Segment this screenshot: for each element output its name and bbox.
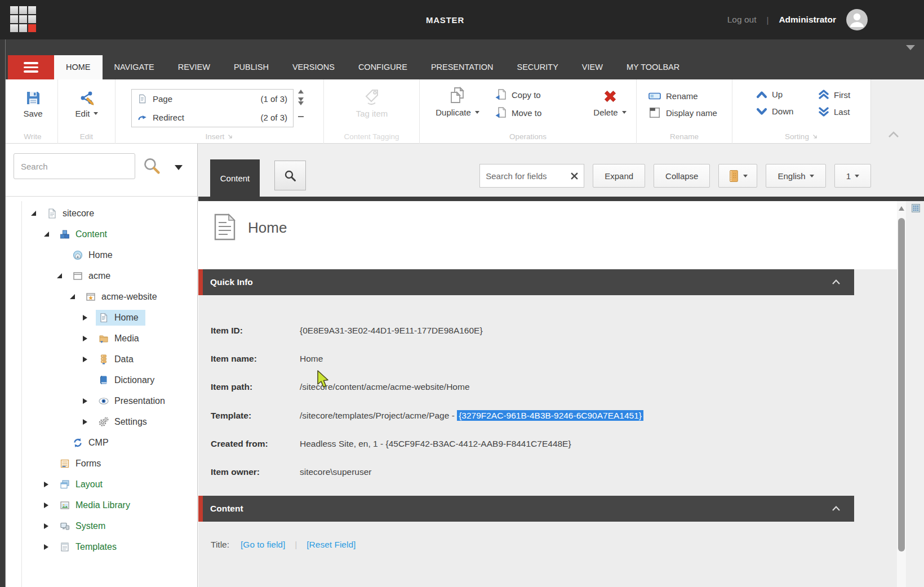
tab-configure[interactable]: CONFIGURE	[346, 55, 419, 79]
insert-option-redirect[interactable]: Redirect (2 of 3)	[132, 108, 293, 127]
expander-icon[interactable]	[44, 544, 54, 550]
display-name-button[interactable]: Display name	[648, 106, 717, 119]
tab-content-editor[interactable]: Content	[210, 159, 260, 197]
tab-review[interactable]: REVIEW	[166, 55, 222, 79]
selected-tree-item[interactable]: Home	[96, 310, 145, 326]
tree-item-presentation[interactable]: Presentation	[6, 390, 197, 411]
search-options-caret-icon[interactable]	[175, 165, 183, 170]
expander-icon[interactable]	[83, 357, 92, 362]
delete-button[interactable]: Delete	[586, 87, 634, 117]
tree-item-media[interactable]: Media	[6, 328, 197, 349]
ribbon-group-write: Save Write	[8, 79, 58, 144]
tree-item-data[interactable]: Data	[6, 349, 197, 370]
copy-to-button[interactable]: Copy to	[495, 88, 541, 101]
spin-down-icon[interactable]	[298, 97, 304, 101]
expander-icon[interactable]	[44, 232, 54, 237]
ribbon-collapse-caret-icon[interactable]	[906, 45, 915, 50]
sort-up-button[interactable]: Up	[756, 90, 783, 99]
tree-item-media-library[interactable]: Media Library	[6, 495, 197, 515]
tree-item-settings[interactable]: Settings	[6, 411, 197, 432]
tree-item-home-page-selected[interactable]: Home	[6, 307, 197, 328]
expander-icon[interactable]	[83, 419, 92, 425]
tree-item-acme[interactable]: acme	[6, 265, 197, 286]
tree-item-dictionary[interactable]: Dictionary	[6, 370, 197, 390]
search-icon[interactable]	[142, 156, 162, 176]
language-selector[interactable]: English	[766, 164, 825, 188]
collapse-section-chevron-icon[interactable]	[832, 505, 841, 512]
reset-field-link[interactable]: [Reset Field]	[306, 540, 356, 550]
username-label[interactable]: Administrator	[779, 15, 836, 25]
section-accent-stripe	[198, 496, 203, 522]
avatar[interactable]	[846, 9, 868, 30]
section-header-quick-info[interactable]: Quick Info	[198, 269, 854, 295]
tree-item-layout[interactable]: Layout	[6, 474, 197, 495]
item-icon	[213, 214, 237, 241]
expander-icon[interactable]	[83, 398, 92, 404]
version-selector[interactable]: 1	[834, 164, 871, 188]
tab-security[interactable]: SECURITY	[505, 55, 570, 79]
collapse-ribbon-chevron-icon[interactable]	[888, 131, 899, 138]
tab-presentation[interactable]: PRESENTATION	[419, 55, 505, 79]
clear-icon[interactable]	[571, 172, 578, 180]
menu-button[interactable]	[8, 55, 54, 79]
hamburger-icon	[24, 62, 38, 64]
window-edge	[0, 39, 6, 587]
tree-item-templates[interactable]: Templates	[6, 536, 197, 557]
vertical-scrollbar[interactable]	[897, 201, 906, 587]
search-input[interactable]	[14, 153, 135, 179]
sort-last-button[interactable]: Last	[818, 106, 850, 117]
tag-item-label: Tag item	[356, 109, 388, 118]
edit-button[interactable]: Edit	[58, 90, 115, 118]
sitecore-logo[interactable]	[10, 6, 37, 33]
tree-item-cmp[interactable]: CMP	[6, 432, 197, 453]
launcher-icon[interactable]	[227, 134, 233, 140]
section-header-content[interactable]: Content	[198, 496, 854, 522]
tab-publish[interactable]: PUBLISH	[222, 55, 281, 79]
expander-icon[interactable]	[31, 211, 41, 216]
tab-navigate[interactable]: NAVIGATE	[103, 55, 166, 79]
tree-item-forms[interactable]: Forms	[6, 453, 197, 474]
version-label: 1	[846, 171, 851, 181]
delete-icon	[601, 87, 619, 105]
spin-up-icon[interactable]	[298, 90, 304, 94]
expander-icon[interactable]	[44, 502, 54, 508]
profiles-button[interactable]	[718, 164, 757, 188]
insert-option-page[interactable]: Page (1 of 3)	[132, 90, 293, 108]
tree-item-content[interactable]: Content	[6, 224, 197, 244]
rename-button[interactable]: Rename	[648, 90, 698, 102]
expander-icon[interactable]	[83, 336, 92, 341]
tab-view[interactable]: VIEW	[570, 55, 615, 79]
save-button[interactable]: Save	[8, 90, 58, 118]
gutter-toggle-icon[interactable]	[912, 204, 920, 212]
expander-icon[interactable]	[70, 294, 79, 299]
duplicate-button[interactable]: Duplicate	[427, 86, 488, 117]
move-to-button[interactable]: Move to	[495, 106, 541, 119]
go-to-field-link[interactable]: [Go to field]	[241, 540, 285, 550]
collapse-section-chevron-icon[interactable]	[832, 279, 841, 285]
scrollbar-thumb[interactable]	[898, 218, 905, 552]
field-search-input[interactable]	[486, 171, 571, 181]
group-label-edit: Edit	[58, 132, 115, 141]
logout-link[interactable]: Log out	[727, 15, 757, 25]
tab-versions[interactable]: VERSIONS	[281, 55, 346, 79]
collapse-button[interactable]: Collapse	[654, 164, 710, 188]
sort-down-button[interactable]: Down	[756, 106, 793, 116]
ribbon-group-edit: Edit Edit	[58, 79, 115, 144]
spin-end-icon[interactable]	[298, 105, 304, 117]
content-search-button[interactable]	[274, 161, 306, 190]
scroll-up-icon[interactable]	[899, 206, 904, 211]
launcher-icon[interactable]	[812, 134, 818, 140]
tree-item-sitecore[interactable]: sitecore	[6, 203, 197, 224]
expand-button[interactable]: Expand	[593, 164, 645, 188]
expander-icon[interactable]	[83, 315, 92, 321]
tab-my-toolbar[interactable]: MY TOOLBAR	[615, 55, 691, 79]
tree-item-home[interactable]: Home	[6, 244, 197, 265]
expander-icon[interactable]	[44, 482, 54, 487]
expander-icon[interactable]	[44, 523, 54, 529]
tree-item-acme-website[interactable]: acme-website	[6, 286, 197, 307]
chevron-down-icon	[622, 111, 627, 114]
sort-first-button[interactable]: First	[818, 90, 850, 100]
expander-icon[interactable]	[57, 273, 66, 278]
tree-item-system[interactable]: System	[6, 515, 197, 536]
tab-home[interactable]: HOME	[54, 55, 103, 79]
